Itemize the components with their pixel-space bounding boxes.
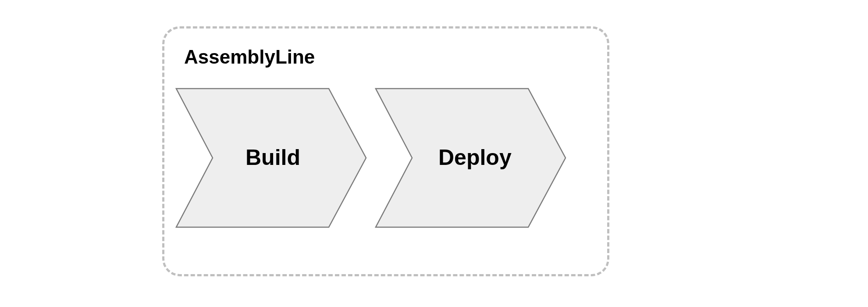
diagram-canvas: AssemblyLine Build Deploy bbox=[0, 0, 868, 307]
assemblyline-title: AssemblyLine bbox=[184, 46, 315, 68]
stage-label-build: Build bbox=[245, 145, 300, 170]
stage-label-deploy: Deploy bbox=[438, 145, 512, 170]
